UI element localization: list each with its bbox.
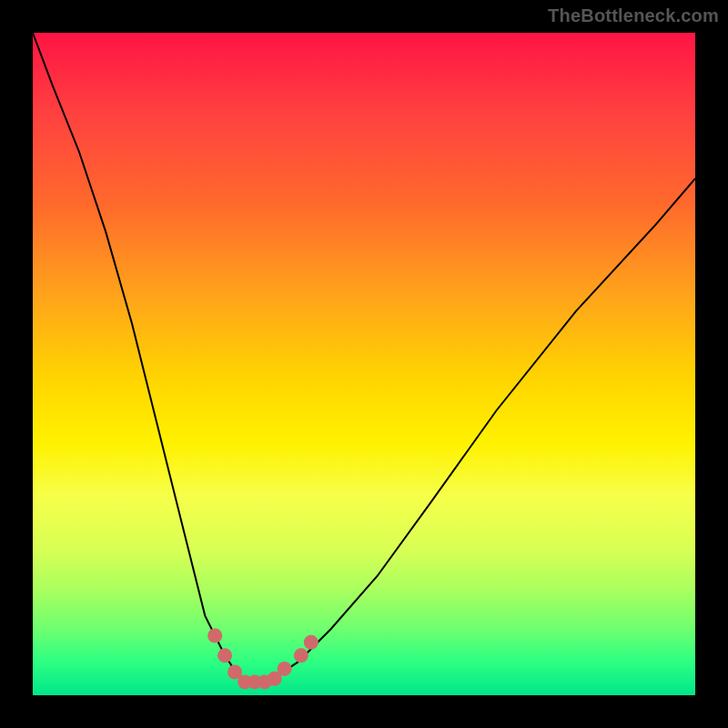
highlight-dot — [278, 662, 292, 676]
chart-svg — [33, 33, 695, 695]
highlight-dot — [304, 635, 318, 650]
highlight-dot — [294, 648, 308, 662]
chart-stage: TheBottleneck.com — [0, 0, 728, 728]
watermark-text: TheBottleneck.com — [548, 5, 719, 26]
highlight-dot — [217, 648, 232, 662]
highlight-dots — [207, 629, 318, 690]
highlight-dot — [207, 629, 222, 643]
bottleneck-curve — [33, 33, 695, 682]
